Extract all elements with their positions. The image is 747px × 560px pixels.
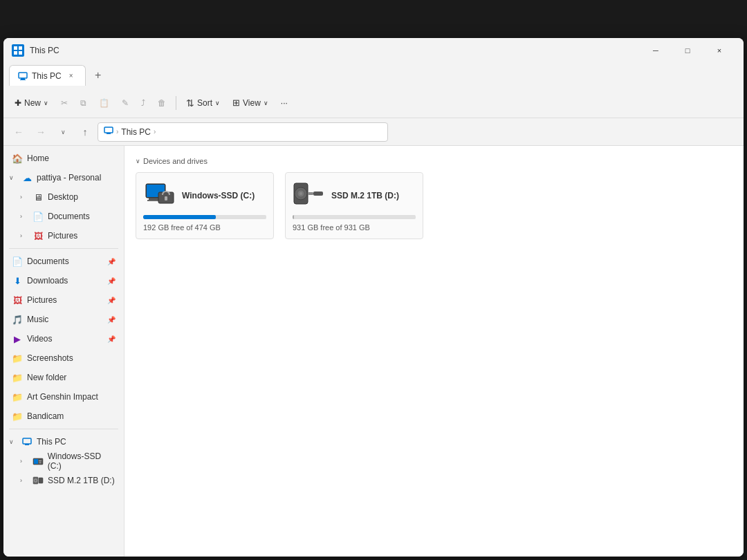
sidebar-item-this-pc[interactable]: ∨ This PC	[3, 432, 124, 451]
window-icon	[12, 44, 24, 57]
pinned-pictures-icon: 🖼	[12, 295, 23, 306]
up-button[interactable]: ↑	[75, 122, 95, 142]
sidebar-pinned-documents-label: Documents	[27, 256, 69, 266]
svg-rect-6	[20, 80, 26, 80]
svg-rect-16	[39, 478, 43, 483]
svg-rect-30	[313, 192, 323, 196]
drive-c-progress-fill	[143, 215, 216, 219]
maximize-button[interactable]: □	[672, 39, 703, 62]
svg-point-18	[35, 480, 37, 481]
sort-arrow: ∨	[215, 100, 220, 106]
sidebar-item-cloud[interactable]: ∨ ☁ pattiya - Personal	[3, 168, 124, 187]
recent-button[interactable]: ∨	[53, 122, 73, 142]
screenshots-icon: 📁	[12, 353, 23, 364]
view-arrow: ∨	[264, 100, 268, 106]
sidebar-drive-d-label: SSD M.2 1TB (D:)	[48, 476, 115, 485]
forward-button: →	[31, 122, 50, 142]
drive-d-item[interactable]: SSD M.2 1TB (D:) 931 GB free of 931 GB	[285, 172, 423, 239]
tab-label: This PC	[32, 71, 62, 81]
sidebar-documents-label: Documents	[48, 212, 90, 221]
sidebar-item-documents[interactable]: › 📄 Documents	[6, 207, 121, 226]
rename-icon: ✎	[122, 98, 129, 108]
minimize-button[interactable]: ─	[640, 39, 672, 62]
sidebar-new-folder-label: New folder	[27, 373, 66, 382]
up-icon: ↑	[83, 127, 88, 138]
sidebar-item-new-folder[interactable]: 📁 New folder	[6, 368, 121, 387]
svg-rect-24	[165, 196, 167, 200]
sidebar-art-genshin-label: Art Genshin Impact	[27, 392, 98, 402]
sidebar-item-art-genshin[interactable]: 📁 Art Genshin Impact	[6, 387, 121, 407]
tab-bar: This PC × +	[3, 63, 744, 88]
sidebar-item-home[interactable]: 🏠 Home	[6, 149, 121, 168]
sidebar-item-desktop[interactable]: › 🖥 Desktop	[6, 187, 121, 207]
sidebar-item-screenshots[interactable]: 📁 Screenshots	[6, 348, 121, 368]
more-button[interactable]: ···	[275, 92, 293, 114]
new-tab-button[interactable]: +	[89, 66, 108, 85]
music-icon: 🎵	[12, 314, 23, 325]
home-icon: 🏠	[12, 153, 23, 164]
sidebar-item-bandicam[interactable]: 📁 Bandicam	[6, 407, 121, 426]
svg-rect-13	[39, 460, 42, 461]
tab-this-pc[interactable]: This PC ×	[9, 65, 86, 86]
sidebar-item-pinned-documents[interactable]: 📄 Documents 📌	[6, 252, 121, 271]
sidebar-item-music[interactable]: 🎵 Music 📌	[6, 310, 121, 329]
svg-rect-4	[19, 73, 27, 78]
svg-rect-29	[308, 192, 313, 195]
drive-c-large-icon	[143, 180, 176, 211]
desktop-chevron: ›	[20, 194, 28, 200]
view-button[interactable]: ⊞ View ∨	[227, 92, 274, 114]
drive-c-item[interactable]: Windows-SSD (C:) 192 GB free of 474 GB	[136, 172, 274, 239]
sidebar-item-pictures[interactable]: › 🖼 Pictures	[6, 226, 121, 245]
svg-rect-2	[14, 51, 17, 55]
sidebar-item-drive-c[interactable]: › Windows-SSD (C:)	[6, 451, 121, 471]
main-panel: ∨ Devices and drives	[124, 146, 744, 557]
down-icon: ∨	[61, 129, 66, 136]
paste-icon: 📋	[99, 98, 109, 108]
new-button[interactable]: ✚ New ∨	[9, 92, 54, 114]
drives-grid: Windows-SSD (C:) 192 GB free of 474 GB	[136, 172, 732, 239]
sidebar-item-videos[interactable]: ▶ Videos 📌	[6, 329, 121, 348]
nav-bar: ← → ∨ ↑ › This PC ›	[3, 118, 744, 146]
new-label: New	[24, 98, 41, 108]
drive-c-chevron: ›	[20, 458, 28, 465]
drive-c-info: Windows-SSD (C:)	[182, 191, 255, 200]
drive-c-space: 192 GB free of 474 GB	[143, 223, 266, 232]
drive-d-space: 931 GB free of 931 GB	[293, 223, 416, 232]
sidebar-cloud-label: pattiya - Personal	[37, 173, 101, 183]
pin-icon-music: 📌	[107, 316, 116, 324]
sidebar-item-downloads[interactable]: ⬇ Downloads 📌	[6, 271, 121, 290]
sidebar-item-drive-d[interactable]: › SSD M.2 1TB (D:)	[6, 471, 121, 490]
delete-button: 🗑	[152, 92, 172, 114]
cloud-chevron: ∨	[9, 174, 17, 181]
svg-rect-10	[25, 444, 29, 445]
sidebar-item-pinned-pictures[interactable]: 🖼 Pictures 📌	[6, 290, 121, 310]
new-arrow: ∨	[44, 100, 48, 106]
downloads-icon: ⬇	[12, 275, 23, 286]
svg-rect-8	[107, 133, 111, 134]
drive-c-name: Windows-SSD (C:)	[182, 191, 255, 200]
delete-icon: 🗑	[158, 98, 166, 108]
drive-d-name: SSD M.2 1TB (D:)	[331, 191, 399, 200]
svg-rect-12	[34, 459, 38, 464]
share-button: ⤴	[136, 92, 151, 114]
pc-icon	[104, 126, 113, 138]
copy-button: ⧉	[75, 92, 92, 114]
pinned-documents-icon: 📄	[12, 256, 23, 267]
back-icon: ←	[14, 127, 24, 138]
sidebar-music-label: Music	[27, 315, 48, 324]
drive-d-info: SSD M.2 1TB (D:)	[331, 191, 399, 200]
address-text: This PC	[121, 127, 151, 137]
sidebar-desktop-label: Desktop	[48, 192, 78, 202]
drive-d-progress-fill	[293, 215, 294, 219]
tab-close-button[interactable]: ×	[66, 71, 77, 82]
sidebar-bandicam-label: Bandicam	[27, 411, 64, 421]
window-controls: ─ □ ×	[640, 39, 735, 62]
sort-button[interactable]: ⇅ Sort ∨	[181, 92, 225, 114]
close-button[interactable]: ×	[703, 39, 735, 62]
drive-c-progress-bar	[143, 215, 266, 219]
cloud-icon: ☁	[21, 172, 33, 183]
address-bar[interactable]: › This PC ›	[98, 122, 388, 142]
this-pc-label: This PC	[37, 437, 66, 447]
section-label: Devices and drives	[143, 157, 208, 165]
address-chevron: ›	[154, 128, 156, 136]
